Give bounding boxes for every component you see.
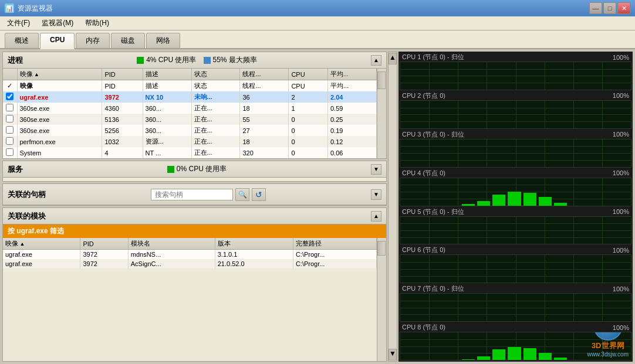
mod-image-1: ugraf.exe: [3, 259, 80, 268]
cpu-percent-8: 100%: [613, 324, 629, 331]
title-bar: 📊 资源监视器 — □ ✕: [0, 0, 635, 16]
proc-avg-3: 0.25: [327, 114, 376, 125]
mod-module-0: mdnsNS...: [128, 250, 215, 260]
proc-image-1: ugraf.exe: [17, 91, 102, 103]
handle-search-button[interactable]: 🔍: [235, 188, 249, 201]
cpu-graph-1: CPU 1 (节点 0) - 归位100%: [400, 53, 631, 90]
process-collapse-button[interactable]: ▲: [371, 55, 381, 66]
cpu-graph-header-2: CPU 2 (节点 0)100%: [400, 91, 631, 100]
right-panel: CPU 1 (节点 0) - 归位100%CPU 2 (节点 0)100%CPU…: [398, 52, 633, 362]
cpu-graph-2: CPU 2 (节点 0)100%: [400, 91, 631, 129]
tab-network[interactable]: 网络: [146, 33, 180, 48]
col-pid[interactable]: PID: [102, 69, 143, 80]
cpu-bar-8-10: [554, 358, 567, 360]
handle-collapse-button[interactable]: ▼: [371, 189, 381, 200]
max-freq-icon: [204, 57, 211, 64]
module-collapse-button[interactable]: ▲: [371, 211, 381, 222]
close-button[interactable]: ✕: [617, 2, 630, 14]
col-image[interactable]: 映像: [17, 69, 102, 80]
menu-monitor[interactable]: 监视器(M): [37, 17, 78, 29]
proc-check-0: ✓: [3, 80, 17, 92]
process-table-scroll[interactable]: 映像 PID 描述 状态 线程... CPU 平均...: [3, 69, 377, 158]
proc-check-2[interactable]: [3, 103, 17, 114]
mod-col-module[interactable]: 模块名: [128, 238, 215, 250]
handle-search-input[interactable]: [151, 189, 233, 200]
cpu-graph-5: CPU 5 (节点 0) - 归位100%: [400, 207, 631, 245]
handle-title: 关联的句柄: [8, 189, 46, 200]
proc-check-4[interactable]: [3, 125, 17, 136]
proc-state-6: 正在...: [191, 147, 240, 158]
cpu-percent-6: 100%: [613, 247, 629, 254]
col-state[interactable]: 状态: [191, 69, 240, 80]
proc-avg-1: 2.04: [327, 91, 376, 103]
cpu-graph-header-5: CPU 5 (节点 0) - 归位100%: [400, 207, 631, 216]
handle-refresh-button[interactable]: ↺: [252, 188, 266, 201]
tab-memory[interactable]: 内存: [76, 33, 110, 48]
proc-threads-1: 36: [240, 91, 289, 103]
proc-desc-3: 360...: [143, 114, 191, 125]
maximize-button[interactable]: □: [603, 2, 616, 14]
cpu-canvas-3: [400, 139, 631, 168]
proc-pid-0: PID: [102, 80, 143, 92]
cpu-graph-3: CPU 3 (节点 0) - 归位100%: [400, 130, 631, 168]
proc-threads-2: 18: [240, 103, 289, 114]
proc-pid-1: 3972: [102, 91, 143, 103]
cpu-canvas-7: [400, 293, 631, 322]
module-section-header: 关联的模块 ▲: [3, 208, 386, 224]
title-controls: — □ ✕: [589, 2, 630, 14]
module-scrollbar[interactable]: [377, 238, 386, 361]
proc-image-0: 映像: [17, 80, 102, 92]
process-scrollbar[interactable]: [377, 69, 386, 158]
module-section: 关联的模块 ▲ 按 ugraf.exe 筛选 映像 PID 模块名 版本: [2, 207, 387, 362]
proc-cpu-6: 0: [289, 147, 328, 158]
tab-overview[interactable]: 概述: [5, 33, 39, 48]
proc-threads-4: 27: [240, 125, 289, 136]
service-stats: 0% CPU 使用率: [167, 164, 227, 174]
mod-col-image[interactable]: 映像: [3, 238, 80, 250]
cpu-graph-header-1: CPU 1 (节点 0) - 归位100%: [400, 53, 631, 62]
process-scrollbar-thumb[interactable]: [377, 72, 386, 89]
mod-col-pid[interactable]: PID: [80, 238, 128, 250]
menu-bar: 文件(F) 监视器(M) 帮助(H): [0, 16, 635, 30]
proc-desc-1: NX 10: [143, 91, 191, 103]
proc-threads-3: 55: [240, 114, 289, 125]
left-panel-scrollbar[interactable]: ▲ ▼: [388, 52, 397, 362]
cpu-bar-4-8: [523, 193, 536, 205]
proc-check-6[interactable]: [3, 147, 17, 158]
minimize-button[interactable]: —: [589, 2, 602, 14]
proc-check-1[interactable]: [3, 91, 17, 103]
tab-disk[interactable]: 磁盘: [111, 33, 145, 48]
mod-image-0: ugraf.exe: [3, 250, 80, 260]
watermark-text2: www.3dsjw.com: [587, 351, 629, 358]
cpu-bar-4-7: [508, 192, 521, 205]
cpu-canvas-1: [400, 62, 631, 90]
proc-pid-5: 1032: [102, 136, 143, 147]
left-panel-scroll-down[interactable]: ▼: [389, 349, 397, 360]
col-threads[interactable]: 线程...: [240, 69, 289, 80]
mod-col-version[interactable]: 版本: [215, 238, 293, 250]
col-avg[interactable]: 平均...: [327, 69, 376, 80]
cpu-percent-4: 100%: [613, 169, 629, 176]
left-panel-scroll-up[interactable]: ▲: [389, 53, 397, 64]
service-cpu-label: 0% CPU 使用率: [177, 164, 227, 174]
mod-col-path[interactable]: 完整路径: [293, 238, 376, 250]
tab-cpu[interactable]: CPU: [40, 33, 75, 49]
cpu-label-7: CPU 7 (节点 0) - 归位: [402, 284, 464, 293]
proc-check-5[interactable]: [3, 136, 17, 147]
process-stats: 4% CPU 使用率 55% 最大频率: [137, 55, 257, 65]
module-scrollbar-thumb[interactable]: [377, 241, 386, 256]
menu-help[interactable]: 帮助(H): [80, 17, 114, 29]
proc-state-5: 正在...: [191, 136, 240, 147]
proc-avg-6: 0.06: [327, 147, 376, 158]
col-cpu[interactable]: CPU: [289, 69, 328, 80]
col-desc[interactable]: 描述: [143, 69, 191, 80]
tabs-bar: 概述 CPU 内存 磁盘 网络: [0, 30, 635, 49]
service-cpu-stat: 0% CPU 使用率: [167, 164, 227, 174]
service-collapse-button[interactable]: ▼: [371, 164, 381, 175]
proc-image-3: 360se.exe: [17, 114, 102, 125]
module-title: 关联的模块: [8, 211, 46, 222]
cpu-percent-1: 100%: [613, 54, 629, 61]
cpu-canvas-2: [400, 100, 631, 129]
menu-file[interactable]: 文件(F): [2, 17, 35, 29]
proc-check-3[interactable]: [3, 114, 17, 125]
